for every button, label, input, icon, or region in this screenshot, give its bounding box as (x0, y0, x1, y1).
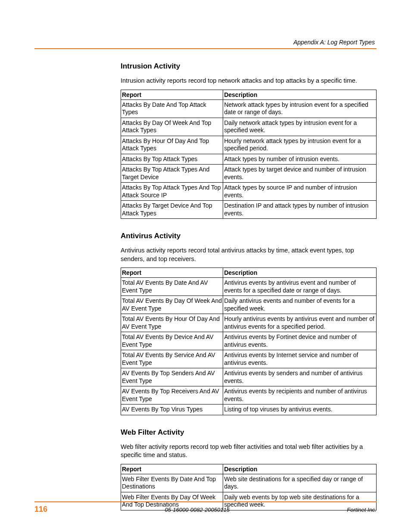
cell-report: Total AV Events By Date And AV Event Typ… (121, 278, 223, 296)
th-report: Report (121, 268, 223, 278)
running-head: Appendix A: Log Report Types (34, 39, 377, 46)
cell-description: Daily antivirus events and number of eve… (223, 296, 377, 314)
table-row: Attacks By Date And Top Attack TypesNetw… (121, 100, 377, 118)
table-row: Total AV Events By Service And AV Event … (121, 350, 377, 368)
page-footer: 116 05-16000-0082-20050115 Fortinet Inc. (34, 501, 377, 514)
cell-report: Attacks By Hour Of Day And Top Attack Ty… (121, 136, 223, 154)
cell-description: Attack types by number of intrusion even… (223, 154, 377, 165)
cell-report: Attacks By Target Device And Top Attack … (121, 201, 223, 219)
table-row: Total AV Events By Date And AV Event Typ… (121, 278, 377, 296)
table-row: Attacks By Top Attack Types And Top Atta… (121, 183, 377, 201)
section-intro-webfilter: Web filter activity reports record top w… (121, 443, 377, 460)
table-row: AV Events By Top Virus TypesListing of t… (121, 404, 377, 415)
cell-description: Antivirus events by Fortinet device and … (223, 332, 377, 350)
th-report: Report (121, 90, 223, 100)
cell-report: Attacks By Top Attack Types And Top Atta… (121, 183, 223, 201)
cell-description: Destination IP and attack types by numbe… (223, 201, 377, 219)
section-intro-intrusion: Intrusion activity reports record top ne… (121, 77, 377, 85)
cell-report: AV Events By Top Virus Types (121, 404, 223, 415)
cell-report: Attacks By Date And Top Attack Types (121, 100, 223, 118)
main-content: Intrusion Activity Intrusion activity re… (121, 62, 377, 510)
table-intrusion: Report Description Attacks By Date And T… (121, 90, 377, 219)
table-row: Attacks By Hour Of Day And Top Attack Ty… (121, 136, 377, 154)
cell-report: Total AV Events By Service And AV Event … (121, 350, 223, 368)
header-rule (34, 48, 377, 49)
cell-report: Web Filter Events By Date And Top Destin… (121, 474, 223, 492)
table-row: Attacks By Day Of Week And Top Attack Ty… (121, 118, 377, 136)
section-heading-webfilter: Web Filter Activity (121, 428, 377, 437)
table-header-row: Report Description (121, 464, 377, 474)
table-row: Web Filter Events By Date And Top Destin… (121, 474, 377, 492)
page-number: 116 (34, 505, 47, 514)
table-row: Attacks By Target Device And Top Attack … (121, 201, 377, 219)
cell-description: Hourly antivirus events by antivirus eve… (223, 314, 377, 332)
cell-report: Attacks By Top Attack Types (121, 154, 223, 165)
section-heading-intrusion: Intrusion Activity (121, 62, 377, 71)
cell-description: Attack types by source IP and number of … (223, 183, 377, 201)
section-intro-antivirus: Antivirus activity reports record total … (121, 246, 377, 263)
cell-description: Web site destinations for a specified da… (223, 474, 377, 492)
cell-description: Antivirus events by antivirus event and … (223, 278, 377, 296)
table-row: AV Events By Top Receivers And AV Event … (121, 386, 377, 404)
table-row: Total AV Events By Device And AV Event T… (121, 332, 377, 350)
table-row: AV Events By Top Senders And AV Event Ty… (121, 368, 377, 386)
cell-description: Network attack types by intrusion event … (223, 100, 377, 118)
cell-description: Antivirus events by Internet service and… (223, 350, 377, 368)
footer-company: Fortinet Inc. (347, 507, 377, 513)
table-row: Total AV Events By Day Of Week And AV Ev… (121, 296, 377, 314)
cell-description: Antivirus events by senders and number o… (223, 368, 377, 386)
cell-report: Attacks By Day Of Week And Top Attack Ty… (121, 118, 223, 136)
table-header-row: Report Description (121, 90, 377, 100)
cell-report: Total AV Events By Day Of Week And AV Ev… (121, 296, 223, 314)
th-description: Description (223, 268, 377, 278)
cell-description: Daily network attack types by intrusion … (223, 118, 377, 136)
cell-description: Antivirus events by recipients and numbe… (223, 386, 377, 404)
cell-description: Hourly network attack types by intrusion… (223, 136, 377, 154)
footer-doc-id: 05-16000-0082-20050115 (165, 507, 230, 513)
th-description: Description (223, 90, 377, 100)
table-header-row: Report Description (121, 268, 377, 278)
cell-report: Total AV Events By Hour Of Day And AV Ev… (121, 314, 223, 332)
cell-report: AV Events By Top Receivers And AV Event … (121, 386, 223, 404)
cell-report: Total AV Events By Device And AV Event T… (121, 332, 223, 350)
th-description: Description (223, 464, 377, 474)
table-row: Attacks By Top Attack TypesAttack types … (121, 154, 377, 165)
cell-report: Attacks By Top Attack Types And Target D… (121, 165, 223, 183)
table-row: Attacks By Top Attack Types And Target D… (121, 165, 377, 183)
cell-report: AV Events By Top Senders And AV Event Ty… (121, 368, 223, 386)
cell-description: Attack types by target device and number… (223, 165, 377, 183)
table-row: Total AV Events By Hour Of Day And AV Ev… (121, 314, 377, 332)
th-report: Report (121, 464, 223, 474)
cell-description: Listing of top viruses by antivirus even… (223, 404, 377, 415)
table-antivirus: Report Description Total AV Events By Da… (121, 268, 377, 415)
section-heading-antivirus: Antivirus Activity (121, 232, 377, 240)
